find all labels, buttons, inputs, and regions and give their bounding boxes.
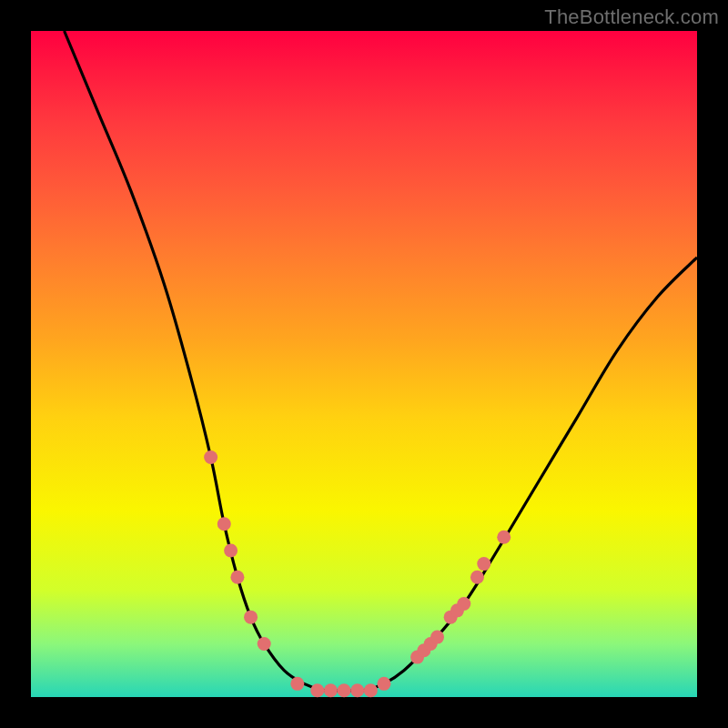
curve-marker	[230, 571, 244, 584]
curve-marker	[244, 611, 258, 624]
curve-marker	[364, 683, 378, 697]
curve-marker	[377, 677, 390, 691]
chart-svg	[31, 31, 697, 697]
curve-marker	[457, 597, 470, 611]
curve-marker	[217, 517, 231, 531]
curve-marker	[324, 683, 338, 697]
curve-marker	[338, 683, 351, 697]
plot-area	[31, 31, 697, 697]
curve-marker	[470, 571, 484, 584]
curve-markers	[204, 450, 511, 697]
curve-marker	[258, 637, 271, 651]
curve-marker	[430, 631, 444, 644]
curve-marker	[290, 677, 304, 691]
watermark-text: TheBottleneck.com	[544, 5, 719, 29]
curve-marker	[477, 557, 490, 571]
curve-marker	[497, 531, 511, 544]
curve-marker	[350, 683, 364, 697]
curve-marker	[310, 683, 324, 697]
curve-marker	[204, 450, 217, 464]
bottleneck-curve	[65, 31, 697, 691]
curve-marker	[224, 543, 238, 557]
chart-frame: TheBottleneck.com	[0, 0, 728, 728]
